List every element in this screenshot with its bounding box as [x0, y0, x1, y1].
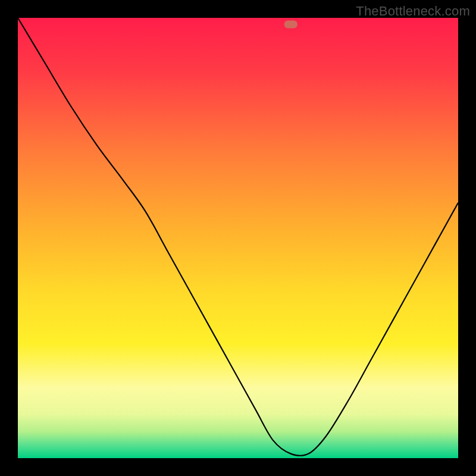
watermark-text: TheBottleneck.com [356, 4, 470, 19]
bottleneck-curve [18, 18, 458, 458]
optimal-point-marker [284, 21, 298, 29]
chart-frame: TheBottleneck.com [0, 0, 476, 476]
curve-line [18, 18, 458, 456]
plot-area [18, 18, 458, 458]
